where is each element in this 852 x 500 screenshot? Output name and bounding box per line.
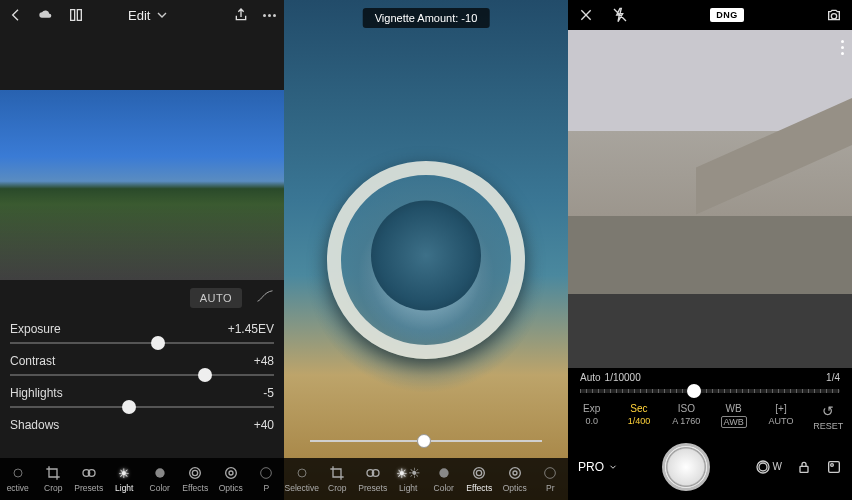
tool-crop[interactable]: Crop [36, 458, 72, 500]
tool-light[interactable]: ☀Light [391, 458, 427, 500]
close-icon[interactable] [578, 7, 594, 23]
share-icon[interactable] [233, 7, 249, 23]
tool-crop[interactable]: Crop [320, 458, 356, 500]
svg-point-6 [225, 468, 236, 479]
exposure-value: +1.45EV [228, 322, 274, 336]
scale-auto-label: Auto [580, 372, 601, 383]
vignette-slider[interactable] [310, 440, 542, 442]
chevron-down-icon [608, 462, 618, 472]
shutter-button[interactable] [662, 443, 710, 491]
tone-curve-icon[interactable] [256, 289, 274, 307]
switch-camera-icon[interactable] [826, 7, 842, 23]
tool-color[interactable]: Color [426, 458, 462, 500]
mode-pro[interactable]: PRO [578, 460, 618, 474]
tool-selective[interactable]: ective [0, 458, 36, 500]
svg-point-3 [155, 468, 164, 477]
param-sec[interactable]: Sec1/400 [619, 403, 659, 431]
svg-point-9 [298, 469, 306, 477]
tool-selective[interactable]: Selective [284, 458, 320, 500]
gallery-icon[interactable] [826, 459, 842, 475]
contrast-value: +48 [254, 354, 274, 368]
svg-point-4 [193, 470, 198, 475]
camera-viewfinder[interactable] [568, 30, 852, 368]
auto-button[interactable]: AUTO [190, 288, 242, 308]
svg-point-12 [439, 468, 448, 477]
param-wb[interactable]: WBAWB [714, 403, 754, 431]
svg-point-14 [474, 468, 485, 479]
overflow-menu-icon[interactable] [841, 40, 844, 55]
tool-more[interactable]: Pr [533, 458, 569, 500]
shadows-label: Shadows [10, 418, 59, 432]
more-icon[interactable] [263, 14, 276, 17]
param-reset[interactable]: ↺RESET [808, 403, 848, 431]
svg-point-13 [477, 470, 482, 475]
highlights-label: Highlights [10, 386, 63, 400]
chevron-down-icon [154, 7, 170, 23]
svg-rect-21 [829, 461, 840, 472]
tool-color[interactable]: Color [142, 458, 178, 500]
contrast-label: Contrast [10, 354, 55, 368]
svg-point-17 [545, 468, 556, 479]
highlights-value: -5 [263, 386, 274, 400]
tool-presets[interactable]: Presets [355, 458, 391, 500]
format-badge[interactable]: DNG [710, 8, 744, 22]
cloud-icon[interactable] [38, 7, 54, 23]
svg-point-0 [14, 469, 22, 477]
tool-effects[interactable]: Effects [178, 458, 214, 500]
shutter-speed-slider[interactable] [580, 389, 840, 393]
highlights-slider[interactable] [10, 406, 274, 408]
svg-point-8 [261, 468, 272, 479]
tool-optics[interactable]: Optics [213, 458, 249, 500]
contrast-slider[interactable] [10, 374, 274, 376]
scale-slow-label: 1/4 [826, 372, 840, 383]
edit-label: Edit [128, 8, 150, 23]
svg-point-7 [229, 471, 233, 475]
vignette-tooltip: Vignette Amount: -10 [363, 8, 490, 28]
param-exp[interactable]: Exp0.0 [572, 403, 612, 431]
svg-point-5 [190, 468, 201, 479]
back-icon[interactable] [8, 7, 24, 23]
exposure-label: Exposure [10, 322, 61, 336]
edit-dropdown[interactable]: Edit [128, 7, 170, 23]
lens-icon [755, 459, 771, 475]
tool-light[interactable]: Light [107, 458, 143, 500]
svg-point-16 [513, 471, 517, 475]
svg-rect-20 [800, 466, 808, 472]
svg-point-18 [759, 463, 767, 471]
facing-pages-icon[interactable] [68, 7, 84, 23]
tool-presets[interactable]: Presets [71, 458, 107, 500]
lens-toggle[interactable]: W [755, 459, 782, 475]
svg-point-22 [831, 463, 834, 466]
shadows-value: +40 [254, 418, 274, 432]
flash-off-icon[interactable] [612, 7, 628, 23]
tool-more[interactable]: P [249, 458, 285, 500]
tool-effects[interactable]: Effects [462, 458, 498, 500]
lock-icon[interactable] [796, 459, 812, 475]
exposure-slider[interactable] [10, 342, 274, 344]
svg-point-15 [509, 468, 520, 479]
param-iso[interactable]: ISOA 1760 [666, 403, 706, 431]
edit-photo-preview[interactable] [0, 90, 284, 280]
tool-optics[interactable]: Optics [497, 458, 533, 500]
param-focus[interactable]: [+]AUTO [761, 403, 801, 431]
scale-fast-label: 1/10000 [605, 372, 641, 383]
